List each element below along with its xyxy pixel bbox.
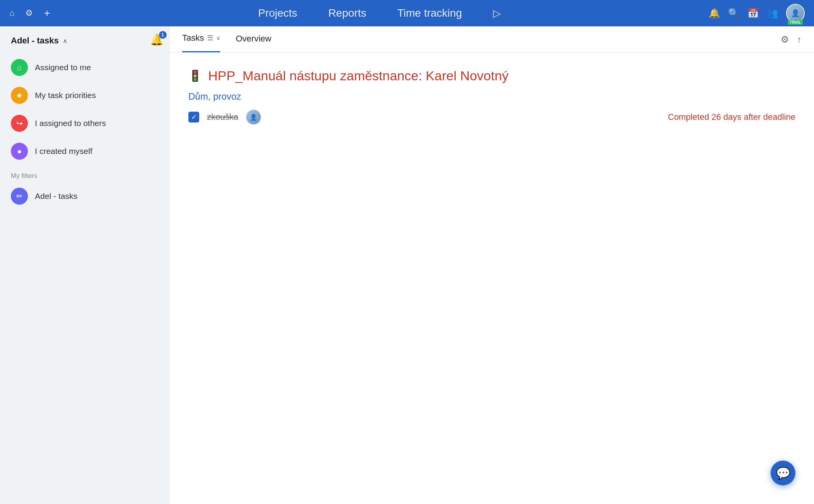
content-area: Tasks ☰ ∨ Overview ⚙ ↑ 🚦 HPP_Manuál nást… bbox=[170, 26, 814, 504]
sidebar-filter-label-adel-tasks: Adel - tasks bbox=[35, 192, 78, 201]
sidebar: Adel - tasks ∧ ⌂ Assigned to me ★ My tas… bbox=[0, 26, 143, 504]
task-row: ✓ zkouška 👤 Completed 26 days after dead… bbox=[188, 110, 795, 124]
sidebar-item-i-created-myself[interactable]: ● I created myself bbox=[0, 137, 143, 165]
tab-settings-icon[interactable]: ⚙ bbox=[781, 34, 789, 45]
sidebar-item-i-assigned-to-others[interactable]: ↪ I assigned to others bbox=[0, 109, 143, 137]
tab-filter-icon[interactable]: ☰ bbox=[207, 34, 213, 42]
tab-overview-label: Overview bbox=[236, 34, 271, 44]
topnav-right: 🔔 🔍 📅 👥 👤 TRIAL bbox=[709, 4, 805, 22]
search-icon[interactable]: 🔍 bbox=[728, 8, 740, 19]
avatar-image: 👤 bbox=[787, 5, 804, 22]
tab-export-icon[interactable]: ↑ bbox=[797, 34, 802, 45]
sidebar-item-my-task-priorities[interactable]: ★ My task priorities bbox=[0, 81, 143, 109]
tab-bar: Tasks ☰ ∨ Overview ⚙ ↑ bbox=[170, 26, 814, 53]
main-layout: Adel - tasks ∧ ⌂ Assigned to me ★ My tas… bbox=[0, 26, 814, 504]
main-content: 🚦 HPP_Manuál nástupu zaměstnance: Karel … bbox=[170, 53, 814, 504]
sidebar-header[interactable]: Adel - tasks ∧ bbox=[0, 36, 143, 54]
project-link[interactable]: Dům, provoz bbox=[188, 91, 795, 102]
sidebar-title: Adel - tasks bbox=[11, 36, 59, 46]
home-icon[interactable]: ⌂ bbox=[9, 8, 14, 18]
add-icon[interactable]: + bbox=[44, 7, 50, 19]
task-title-row: 🚦 HPP_Manuál nástupu zaměstnance: Karel … bbox=[188, 68, 795, 83]
tab-tasks-label: Tasks bbox=[182, 33, 204, 43]
task-checkbox[interactable]: ✓ bbox=[188, 112, 199, 123]
nav-link-projects[interactable]: Projects bbox=[258, 7, 297, 19]
checkmark-icon: ✓ bbox=[191, 113, 197, 121]
top-navigation: ⌂ ⚙ + Projects Reports Time tracking ▷ 🔔… bbox=[0, 0, 814, 26]
sidebar-label-my-task-priorities: My task priorities bbox=[35, 91, 96, 100]
i-created-myself-icon: ● bbox=[11, 143, 28, 160]
user-avatar-container: 👤 TRIAL bbox=[786, 4, 805, 22]
sidebar-label-assigned-to-me: Assigned to me bbox=[35, 63, 91, 72]
tab-overview[interactable]: Overview bbox=[236, 26, 271, 52]
settings-icon[interactable]: ⚙ bbox=[25, 8, 33, 18]
task-name: zkouška bbox=[207, 112, 238, 122]
adel-tasks-filter-icon: ✏ bbox=[11, 188, 28, 205]
assigned-to-me-icon: ⌂ bbox=[11, 59, 28, 76]
tab-bar-right: ⚙ ↑ bbox=[781, 34, 802, 45]
notification-count-badge: 1 bbox=[159, 31, 167, 39]
tab-tasks[interactable]: Tasks ☰ ∨ bbox=[182, 26, 220, 52]
play-icon[interactable]: ▷ bbox=[493, 7, 501, 19]
topnav-center: Projects Reports Time tracking ▷ bbox=[50, 7, 709, 19]
trial-badge: TRIAL bbox=[788, 20, 803, 25]
chevron-down-icon: ∧ bbox=[63, 37, 67, 45]
sidebar-filter-adel-tasks[interactable]: ✏ Adel - tasks bbox=[0, 182, 143, 210]
task-title: HPP_Manuál nástupu zaměstnance: Karel No… bbox=[208, 68, 509, 83]
my-task-priorities-icon: ★ bbox=[11, 87, 28, 104]
task-status-icon: 🚦 bbox=[188, 69, 202, 82]
notification-bell-wrap[interactable]: 🔔 1 bbox=[150, 33, 164, 46]
sidebar-label-i-assigned-to-others: I assigned to others bbox=[35, 119, 106, 128]
team-icon[interactable]: 👥 bbox=[767, 8, 778, 19]
calendar-icon[interactable]: 📅 bbox=[747, 8, 759, 19]
notification-bar: 🔔 1 bbox=[143, 26, 170, 504]
chat-icon: 💬 bbox=[776, 466, 790, 480]
nav-link-reports[interactable]: Reports bbox=[328, 7, 366, 19]
filters-section-label: My filters bbox=[0, 165, 143, 182]
task-assignee-avatar: 👤 bbox=[246, 110, 261, 124]
chat-button[interactable]: 💬 bbox=[771, 461, 795, 485]
sidebar-item-assigned-to-me[interactable]: ⌂ Assigned to me bbox=[0, 54, 143, 81]
task-deadline-status: Completed 26 days after deadline bbox=[668, 112, 795, 122]
bell-icon[interactable]: 🔔 bbox=[709, 8, 720, 19]
i-assigned-to-others-icon: ↪ bbox=[11, 115, 28, 132]
sidebar-label-i-created-myself: I created myself bbox=[35, 147, 92, 156]
topnav-left: ⌂ ⚙ + bbox=[9, 7, 50, 19]
tab-chevron-icon[interactable]: ∨ bbox=[216, 35, 220, 41]
nav-link-time-tracking[interactable]: Time tracking bbox=[397, 7, 462, 19]
